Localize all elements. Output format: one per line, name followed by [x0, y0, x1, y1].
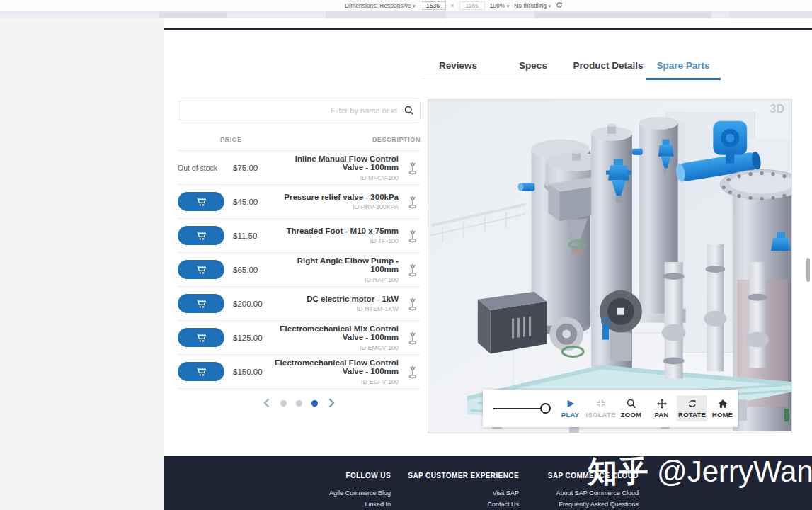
- home-icon: [718, 399, 728, 409]
- add-to-cart-button[interactable]: [178, 192, 224, 211]
- table-header: PRICE DESCRIPTION: [178, 136, 421, 150]
- viewer-toolbar: PLAY ISOLATE ZOOM PAN ROTATE HOME: [483, 390, 738, 427]
- part-id: ID PRV-300KPA: [273, 203, 399, 210]
- minified-page-strip: [0, 12, 812, 18]
- footer-link[interactable]: Contact Us: [408, 499, 519, 509]
- 3d-scene-canvas[interactable]: [428, 100, 791, 433]
- dimensions-separator: ×: [451, 2, 454, 9]
- parts-table: Out of stock $75.00 Inline Manual Flow C…: [178, 150, 421, 389]
- part-price: $45.00: [227, 198, 273, 206]
- shopping-cart-icon: [196, 333, 207, 343]
- pan-button[interactable]: PAN: [646, 395, 677, 421]
- part-thumbnail-icon: [405, 331, 421, 345]
- part-id: ID TF-100: [273, 237, 399, 244]
- part-row[interactable]: $200.00 DC electric motor - 1kW ID HTEM-…: [178, 286, 421, 320]
- viewport-width-input[interactable]: [421, 1, 446, 10]
- chevron-down-icon: ▾: [507, 4, 510, 8]
- viewport-height-input[interactable]: [459, 1, 485, 10]
- page-dot[interactable]: [296, 400, 302, 407]
- part-thumbnail-icon: [405, 229, 421, 243]
- watermark-handle: @JerryWang: [657, 455, 812, 488]
- footer-link[interactable]: Frequently Asked Questions: [548, 499, 639, 509]
- isolate-button: ISOLATE: [585, 395, 616, 421]
- product-tabs: Reviews Specs Product Details Spare Part…: [421, 57, 721, 79]
- rotate-viewport-icon[interactable]: [556, 1, 563, 10]
- stock-status: Out of stock: [178, 164, 217, 172]
- part-title: Electromechanical Flow Control Valve - 1…: [273, 358, 399, 376]
- add-to-cart-button[interactable]: [178, 362, 224, 381]
- chevron-left-icon[interactable]: [263, 398, 271, 408]
- zhihu-watermark: 知乎@JerryWang: [588, 452, 812, 492]
- site-header-edge: [164, 28, 812, 30]
- part-row[interactable]: $65.00 Right Angle Elbow Pump - 100mm ID…: [178, 252, 421, 286]
- shopping-cart-icon: [196, 197, 207, 207]
- page-gutter: [0, 18, 164, 510]
- slider-handle[interactable]: [540, 403, 551, 414]
- pagination: [178, 398, 421, 408]
- 3d-badge: 3D: [770, 103, 784, 115]
- add-to-cart-button[interactable]: [178, 328, 224, 347]
- part-id: ID EMCV-100: [273, 344, 399, 351]
- part-row[interactable]: $125.00 Electromechanical Mix Control Va…: [178, 320, 421, 354]
- footer-heading: FOLLOW US: [329, 472, 391, 480]
- dimensions-dropdown[interactable]: Dimensions: Responsive ▾: [345, 2, 415, 9]
- rotate-icon: [687, 399, 697, 409]
- zoom-dropdown[interactable]: 100% ▾: [490, 2, 510, 9]
- part-title: DC electric motor - 1kW: [273, 295, 399, 304]
- part-thumbnail-icon: [405, 297, 421, 311]
- tab-reviews[interactable]: Reviews: [421, 57, 496, 79]
- footer-column-follow-us: FOLLOW US Agile Commerce BlogLinked In: [329, 472, 391, 509]
- part-id: ID MFCV-100: [273, 174, 399, 181]
- part-title: Electromechanical Mix Control Valve - 10…: [273, 324, 399, 342]
- footer-link[interactable]: Linked In: [329, 499, 391, 509]
- animation-slider[interactable]: [493, 403, 546, 414]
- part-price: $200.00: [227, 300, 273, 308]
- chevron-right-icon[interactable]: [327, 398, 336, 408]
- tab-spare-parts[interactable]: Spare Parts: [646, 57, 721, 79]
- tab-product-details[interactable]: Product Details: [571, 57, 646, 79]
- part-price: $65.00: [227, 266, 273, 274]
- footer-link[interactable]: Visit SAP: [408, 488, 519, 498]
- pan-icon: [657, 399, 667, 409]
- add-to-cart-button[interactable]: [178, 294, 224, 313]
- play-button[interactable]: PLAY: [555, 395, 585, 421]
- part-price: $125.00: [227, 334, 273, 342]
- part-price: $150.00: [227, 368, 273, 376]
- part-row[interactable]: Out of stock $75.00 Inline Manual Flow C…: [178, 150, 421, 184]
- throttling-dropdown[interactable]: No throttling ▾: [514, 2, 551, 9]
- part-thumbnail-icon: [405, 365, 421, 379]
- part-thumbnail-icon: [405, 161, 421, 175]
- play-icon: [566, 399, 576, 409]
- part-row[interactable]: $11.50 Threaded Foot - M10 x 75mm ID TF-…: [178, 218, 421, 252]
- part-title: Threaded Foot - M10 x 75mm: [273, 227, 399, 236]
- search-icon[interactable]: [404, 106, 414, 118]
- filter-input[interactable]: [178, 101, 421, 120]
- shopping-cart-icon: [196, 299, 207, 309]
- footer-column-customer-experience: SAP CUSTOMER EXPERIENCE Visit SAPContact…: [408, 472, 519, 509]
- page-dots: [280, 400, 318, 407]
- chevron-down-icon: ▾: [413, 4, 416, 8]
- shopping-cart-icon: [196, 265, 207, 275]
- part-row[interactable]: $45.00 Pressure relief valve - 300kPa ID…: [178, 184, 421, 218]
- spare-parts-panel: PRICE DESCRIPTION Out of stock $75.00 In…: [178, 101, 421, 408]
- add-to-cart-button[interactable]: [178, 260, 224, 279]
- page-dot[interactable]: [311, 400, 318, 407]
- page-dot[interactable]: [280, 400, 287, 407]
- part-row[interactable]: $150.00 Electromechanical Flow Control V…: [178, 354, 421, 388]
- footer-link[interactable]: Agile Commerce Blog: [329, 488, 391, 498]
- part-title: Inline Manual Flow Control Valve - 100mm: [273, 154, 399, 172]
- zoom-icon: [627, 399, 636, 409]
- 3d-viewer-panel: 3D: [428, 99, 792, 434]
- shopping-cart-icon: [196, 367, 207, 377]
- scrollbar-thumb[interactable]: [806, 258, 810, 282]
- zhihu-logo-text: 知乎: [588, 455, 650, 488]
- part-thumbnail-icon: [405, 263, 421, 277]
- part-title: Pressure relief valve - 300kPa: [273, 193, 399, 202]
- part-title: Right Angle Elbow Pump - 100mm: [273, 256, 399, 274]
- rotate-button[interactable]: ROTATE: [677, 395, 707, 421]
- add-to-cart-button[interactable]: [178, 226, 224, 245]
- tab-specs[interactable]: Specs: [496, 57, 571, 79]
- zoom-button[interactable]: ZOOM: [616, 395, 646, 421]
- part-price: $75.00: [227, 164, 273, 172]
- home-button[interactable]: HOME: [707, 395, 738, 421]
